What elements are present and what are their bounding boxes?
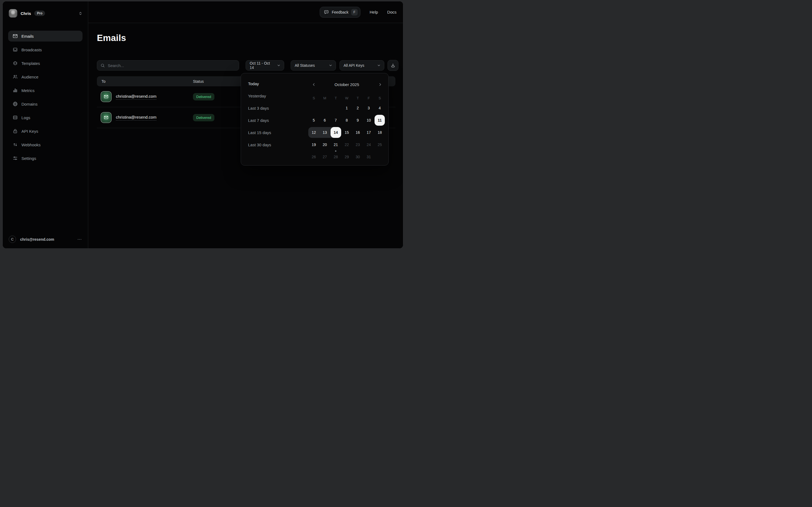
envelope-icon [101, 112, 112, 123]
calendar-day-12[interactable]: 12 [308, 127, 320, 138]
sidebar-item-api-keys[interactable]: API Keys [8, 126, 82, 136]
inbox-icon [12, 47, 18, 52]
sidebar-item-label: Broadcasts [21, 48, 42, 52]
api-key-filter[interactable]: All API Keys [340, 60, 384, 70]
app-window: Chris Pro EmailsBroadcastsTemplatesAudie… [2, 1, 403, 248]
sidebar-item-metrics[interactable]: Metrics [8, 85, 82, 96]
preset-last-3-days[interactable]: Last 3 days [248, 102, 305, 114]
calendar-day-14[interactable]: 14 [330, 127, 341, 138]
preset-list: TodayYesterdayLast 3 daysLast 7 daysLast… [248, 77, 305, 151]
calendar-blank [330, 103, 341, 113]
day-of-week-label: S [308, 95, 320, 102]
calendar-day-2[interactable]: 2 [352, 103, 363, 113]
status-filter[interactable]: All Statuses [291, 60, 336, 70]
sidebar-item-domains[interactable]: Domains [8, 99, 82, 109]
download-icon [391, 63, 395, 68]
calendar-day-28: 28 [330, 152, 341, 162]
calendar-day-31: 31 [363, 152, 374, 162]
calendar-day-23: 23 [352, 139, 363, 150]
day-of-week-row: SMTWTFS [308, 95, 385, 102]
date-range-value: Oct 11 - Oct 14 [250, 61, 274, 70]
calendar-day-24: 24 [363, 139, 374, 150]
sidebar-nav: EmailsBroadcastsTemplatesAudienceMetrics… [8, 31, 82, 164]
export-button[interactable] [388, 60, 398, 71]
calendar-day-22: 22 [341, 139, 353, 150]
calendar-day-4[interactable]: 4 [374, 103, 385, 113]
calendar-day-9[interactable]: 9 [352, 115, 363, 126]
preset-last-30-days[interactable]: Last 30 days [248, 139, 305, 151]
calendar-day-16[interactable]: 16 [352, 127, 363, 138]
preset-last-15-days[interactable]: Last 15 days [248, 126, 305, 139]
sidebar-item-label: API Keys [21, 129, 38, 133]
day-of-week-label: M [320, 95, 331, 102]
day-of-week-label: F [363, 95, 374, 102]
topbar: Feedback F Help Docs [88, 1, 403, 23]
help-link[interactable]: Help [370, 10, 378, 14]
calendar-grid: 1234567891011121314151617181920212223242… [308, 102, 385, 163]
sidebar-item-templates[interactable]: Templates [8, 58, 82, 69]
sidebar-item-logs[interactable]: Logs [8, 112, 82, 123]
day-of-week-label: W [341, 95, 353, 102]
calendar-day-20[interactable]: 20 [320, 139, 331, 150]
sidebar-item-webhooks[interactable]: Webhooks [8, 139, 82, 150]
sidebar-item-broadcasts[interactable]: Broadcasts [8, 44, 82, 55]
sidebar-item-label: Logs [21, 115, 31, 120]
audience-icon [12, 74, 18, 79]
search-box [97, 60, 239, 70]
feedback-button[interactable]: Feedback F [320, 7, 360, 18]
calendar-day-1[interactable]: 1 [341, 103, 353, 113]
page-title: Emails [97, 33, 126, 43]
logs-icon [12, 115, 18, 120]
webhooks-icon [12, 142, 18, 148]
chevron-down-icon [277, 63, 281, 67]
status-filter-value: All Statuses [295, 63, 315, 68]
next-month-button[interactable] [374, 78, 385, 91]
sidebar-item-emails[interactable]: Emails [8, 31, 82, 42]
sidebar-item-label: Audience [21, 75, 39, 79]
app-frame: Chris Pro EmailsBroadcastsTemplatesAudie… [0, 0, 406, 253]
calendar-day-15[interactable]: 15 [341, 127, 353, 138]
calendar-day-21[interactable]: 21 [330, 139, 341, 150]
chevron-down-icon [329, 63, 333, 67]
calendar-day-5[interactable]: 5 [308, 115, 320, 126]
sidebar-item-label: Metrics [21, 88, 35, 93]
chevron-down-icon [377, 63, 381, 67]
sidebar-item-settings[interactable]: Settings [8, 153, 82, 164]
recipient-email[interactable]: christina@resend.com [116, 94, 156, 100]
search-icon [101, 63, 105, 68]
calendar-day-13[interactable]: 13 [320, 127, 331, 138]
calendar-day-3[interactable]: 3 [363, 103, 374, 113]
day-of-week-label: T [352, 95, 363, 102]
calendar-blank [308, 103, 320, 113]
sidebar-item-audience[interactable]: Audience [8, 71, 82, 82]
col-header-to: To [97, 79, 193, 83]
account-email: chris@resend.com [20, 237, 54, 241]
feedback-label: Feedback [332, 10, 348, 14]
chevron-up-down-icon[interactable] [78, 11, 82, 15]
calendar-day-10[interactable]: 10 [363, 115, 374, 126]
calendar-day-17[interactable]: 17 [363, 127, 374, 138]
main-area: Feedback F Help Docs Emails Oct 11 - Oct… [88, 1, 403, 248]
sidebar-footer[interactable]: C chris@resend.com ⋯ [8, 236, 82, 244]
calendar-day-6[interactable]: 6 [320, 115, 331, 126]
docs-link[interactable]: Docs [387, 10, 397, 14]
calendar-day-27: 27 [320, 152, 331, 162]
user-avatar [9, 9, 17, 18]
recipient-email[interactable]: christina@resend.com [116, 115, 156, 120]
search-input[interactable] [108, 63, 236, 68]
calendar-day-18[interactable]: 18 [374, 127, 385, 138]
col-header-status: Status [193, 79, 242, 83]
calendar-day-8[interactable]: 8 [341, 115, 353, 126]
metrics-icon [12, 88, 18, 93]
preset-last-7-days[interactable]: Last 7 days [248, 114, 305, 126]
preset-yesterday[interactable]: Yesterday [248, 90, 305, 102]
api-key-filter-value: All API Keys [344, 63, 364, 68]
calendar-day-11[interactable]: 11 [374, 115, 385, 126]
date-range-filter[interactable]: Oct 11 - Oct 14 [246, 60, 284, 70]
workspace-switcher[interactable]: Chris Pro [8, 7, 82, 19]
calendar-day-7[interactable]: 7 [330, 115, 341, 126]
preset-today[interactable]: Today [248, 77, 305, 90]
more-icon[interactable]: ⋯ [77, 237, 82, 242]
calendar-day-19[interactable]: 19 [308, 139, 320, 150]
calendar-header: October 2025 [308, 78, 385, 91]
